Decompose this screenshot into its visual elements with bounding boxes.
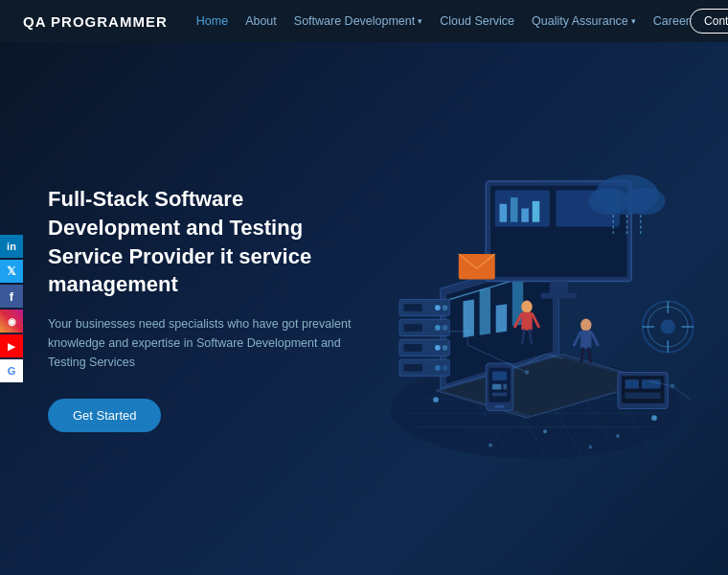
svg-line-56 <box>530 331 532 343</box>
hero-subtitle: Your businesses need specialists who hav… <box>48 314 364 372</box>
svg-rect-69 <box>492 392 507 396</box>
svg-point-37 <box>435 305 441 310</box>
svg-rect-81 <box>642 380 661 389</box>
svg-rect-16 <box>496 304 507 333</box>
nav-home[interactable]: Home <box>196 14 228 28</box>
svg-point-87 <box>651 415 657 421</box>
svg-rect-44 <box>404 344 422 352</box>
svg-point-38 <box>443 305 448 310</box>
svg-point-41 <box>435 325 441 331</box>
svg-rect-26 <box>533 201 540 222</box>
svg-point-73 <box>661 319 675 334</box>
svg-rect-23 <box>500 204 508 222</box>
svg-rect-65 <box>495 405 505 408</box>
social-sidebar: in 𝕏 f ◉ ▶ G <box>0 235 23 382</box>
facebook-icon[interactable]: f <box>0 285 23 308</box>
svg-rect-58 <box>580 331 591 349</box>
svg-rect-52 <box>521 312 532 331</box>
svg-rect-48 <box>404 364 422 372</box>
svg-rect-80 <box>626 380 639 389</box>
svg-rect-28 <box>540 293 577 299</box>
nav-about[interactable]: About <box>245 14 277 28</box>
svg-line-62 <box>589 349 591 361</box>
svg-point-88 <box>543 429 547 433</box>
linkedin-icon[interactable]: in <box>0 235 23 258</box>
svg-rect-67 <box>492 384 502 390</box>
svg-point-30 <box>589 188 629 216</box>
svg-point-50 <box>443 365 448 371</box>
chevron-down-icon: ▾ <box>418 16 422 26</box>
svg-rect-66 <box>492 372 507 381</box>
svg-rect-40 <box>404 324 422 332</box>
google-icon[interactable]: G <box>0 359 23 382</box>
svg-rect-24 <box>511 197 518 222</box>
twitter-icon[interactable]: 𝕏 <box>0 260 23 283</box>
svg-point-42 <box>443 325 448 331</box>
hero-illustration <box>345 107 709 510</box>
hero-title: Full-Stack Software Development and Test… <box>48 185 364 299</box>
svg-line-59 <box>574 333 580 345</box>
svg-point-89 <box>489 444 492 448</box>
get-started-button[interactable]: Get Started <box>48 399 161 432</box>
nav-quality[interactable]: Quality Assurance ▾ <box>532 14 636 28</box>
svg-rect-36 <box>404 304 422 311</box>
site-logo[interactable]: QA PROGRAMMER <box>23 13 168 30</box>
svg-line-61 <box>581 349 583 361</box>
svg-rect-82 <box>626 392 661 399</box>
svg-rect-27 <box>550 282 568 295</box>
svg-point-86 <box>433 397 439 402</box>
svg-rect-25 <box>521 209 529 222</box>
svg-point-57 <box>580 318 591 331</box>
svg-point-90 <box>616 434 620 438</box>
svg-point-31 <box>626 188 666 216</box>
svg-rect-68 <box>503 384 507 390</box>
svg-point-49 <box>435 365 441 371</box>
navbar: QA PROGRAMMER Home About Software Develo… <box>0 0 728 42</box>
youtube-icon[interactable]: ▶ <box>0 334 23 357</box>
svg-line-55 <box>522 331 524 343</box>
svg-point-85 <box>671 384 674 388</box>
nav-software-dev[interactable]: Software Development ▾ <box>294 14 422 28</box>
svg-rect-15 <box>480 288 490 335</box>
hero-content: Full-Stack Software Development and Test… <box>0 185 364 432</box>
svg-point-51 <box>521 300 532 312</box>
svg-point-84 <box>525 371 529 375</box>
svg-point-46 <box>443 345 448 351</box>
chevron-down-icon: ▾ <box>631 16 636 26</box>
svg-point-83 <box>466 330 469 334</box>
svg-line-60 <box>591 333 598 345</box>
nav-career[interactable]: Career <box>653 14 690 28</box>
instagram-icon[interactable]: ◉ <box>0 310 23 333</box>
svg-point-91 <box>589 446 593 449</box>
contact-us-button[interactable]: Contact Us <box>690 9 728 34</box>
svg-point-45 <box>435 345 441 351</box>
hero-section: in 𝕏 f ◉ ▶ G Full-Stack Software Develop… <box>0 42 728 575</box>
nav-cloud[interactable]: Cloud Service <box>440 14 514 28</box>
nav-links: Home About Software Development ▾ Cloud … <box>196 14 690 28</box>
